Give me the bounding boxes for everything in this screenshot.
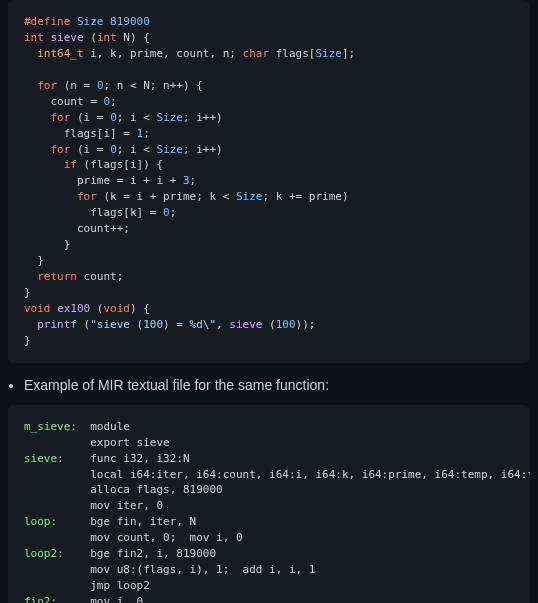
code-line: alloca flags, 819000: [24, 482, 514, 498]
code-line: if (flags[i]) {: [24, 157, 514, 173]
code-line: mov iter, 0: [24, 498, 514, 514]
code-line: for (i = 0; i < Size; i++): [24, 110, 514, 126]
code-line: count = 0;: [24, 94, 514, 110]
code-line: }: [24, 333, 514, 349]
code-line: jmp loop2: [24, 578, 514, 594]
c-code-block: #define Size 819000 int sieve (int N) { …: [8, 0, 530, 363]
code-line: for (n = 0; n < N; n++) {: [24, 78, 514, 94]
code-line: m_sieve: module: [24, 419, 514, 435]
bullet-list: Example of MIR textual file for the same…: [24, 377, 530, 393]
code-line: printf ("sieve (100) = %d\", sieve (100)…: [24, 317, 514, 333]
code-line: export sieve: [24, 435, 514, 451]
code-line: fin2: mov i, 0: [24, 594, 514, 603]
code-line: local i64:iter, i64:count, i64:i, i64:k,…: [24, 467, 514, 483]
code-line: flags[i] = 1;: [24, 126, 514, 142]
mir-code-block: m_sieve: module export sieve sieve: func…: [8, 405, 530, 603]
code-line: int sieve (int N) {: [24, 30, 514, 46]
code-line: for (k = i + prime; k < Size; k += prime…: [24, 189, 514, 205]
code-line: }: [24, 285, 514, 301]
bullet-text: Example of MIR textual file for the same…: [24, 377, 329, 393]
code-line: int64_t i, k, prime, count, n; char flag…: [24, 46, 514, 62]
code-line: }: [24, 237, 514, 253]
bullet-item: Example of MIR textual file for the same…: [24, 377, 530, 393]
code-line: for (i = 0; i < Size; i++): [24, 142, 514, 158]
code-line: count++;: [24, 221, 514, 237]
code-line: prime = i + i + 3;: [24, 173, 514, 189]
code-line: loop2: bge fin2, i, 819000: [24, 546, 514, 562]
code-line: mov count, 0; mov i, 0: [24, 530, 514, 546]
code-line: void ex100 (void) {: [24, 301, 514, 317]
code-line: #define Size 819000: [24, 14, 514, 30]
code-line: mov u8:(flags, i), 1; add i, i, 1: [24, 562, 514, 578]
code-line: flags[k] = 0;: [24, 205, 514, 221]
code-line: return count;: [24, 269, 514, 285]
code-line: sieve: func i32, i32:N: [24, 451, 514, 467]
code-line: }: [24, 253, 514, 269]
code-line: loop: bge fin, iter, N: [24, 514, 514, 530]
code-line: [24, 62, 514, 78]
